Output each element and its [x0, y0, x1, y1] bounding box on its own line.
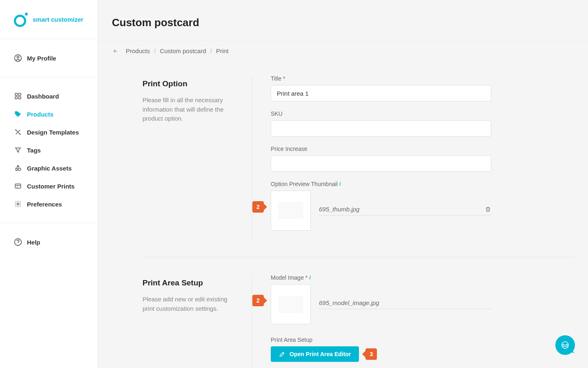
- sidebar-item-design-templates[interactable]: Design Templates: [0, 123, 98, 141]
- svg-rect-3: [19, 93, 21, 95]
- thumbnail-filename: 695_thumb.jpg: [319, 206, 359, 213]
- breadcrumb-item[interactable]: Products: [126, 47, 150, 54]
- filter-icon: [14, 146, 22, 154]
- svg-point-7: [16, 130, 16, 130]
- assets-icon: [14, 164, 22, 172]
- prints-icon: [14, 182, 22, 190]
- sidebar-item-customer-prints[interactable]: Customer Prints: [0, 177, 98, 195]
- callout-badge: 2: [252, 295, 264, 306]
- breadcrumb: Products / Custom postcard / Print: [98, 40, 588, 61]
- sidebar-item-tags[interactable]: Tags: [0, 141, 98, 159]
- user-icon: [14, 54, 22, 62]
- sidebar-item-label: Help: [27, 239, 40, 246]
- breadcrumb-separator: /: [210, 47, 212, 54]
- logo-icon: [14, 13, 27, 26]
- svg-point-6: [16, 112, 17, 113]
- section-description: Please add new or edit existing print cu…: [143, 295, 235, 313]
- sidebar-item-label: Preferences: [27, 201, 62, 208]
- model-image-preview[interactable]: [271, 284, 311, 324]
- svg-point-8: [20, 134, 21, 135]
- back-arrow-icon[interactable]: [112, 48, 119, 54]
- field-label-thumbnail: Option Preview Thumbnail i: [271, 181, 574, 187]
- sidebar-item-label: Design Templates: [27, 129, 79, 136]
- sidebar-item-label: Tags: [27, 147, 41, 154]
- sidebar-item-profile[interactable]: My Profile: [0, 49, 98, 67]
- price-input[interactable]: [271, 155, 491, 172]
- section-title: Print Area Setup: [143, 278, 235, 287]
- field-label-print-area-setup: Print Area Setup: [271, 337, 574, 343]
- trash-icon[interactable]: [485, 206, 491, 213]
- sidebar-item-label: Dashboard: [27, 93, 59, 100]
- breadcrumb-item[interactable]: Custom postcard: [160, 47, 206, 54]
- section-print-area-setup: Print Area Setup Please add new or edit …: [143, 274, 574, 368]
- mail-icon: [561, 341, 570, 350]
- svg-rect-2: [15, 93, 17, 95]
- svg-rect-9: [15, 184, 21, 188]
- model-image-filename: 695_model_image.jpg: [319, 299, 379, 306]
- tag-icon: [14, 110, 22, 118]
- section-print-option: Print Option Please fill in all the nece…: [143, 75, 574, 257]
- field-label-model-image: Model Image * i: [271, 274, 574, 281]
- sidebar-item-label: Graphic Assets: [27, 165, 72, 172]
- title-input[interactable]: [271, 85, 491, 101]
- svg-point-10: [17, 203, 19, 205]
- section-title: Print Option: [143, 79, 235, 88]
- svg-rect-4: [15, 97, 17, 99]
- field-label-price: Price Increase: [271, 146, 574, 152]
- svg-rect-5: [19, 97, 21, 99]
- chat-button[interactable]: [555, 335, 575, 355]
- callout-badge: 3: [365, 348, 377, 360]
- breadcrumb-item[interactable]: Print: [216, 47, 229, 54]
- dashboard-icon: [14, 92, 22, 100]
- field-label-sku: SKU: [271, 110, 574, 117]
- sidebar-item-label: My Profile: [27, 55, 56, 62]
- sidebar-item-help[interactable]: Help: [0, 233, 98, 251]
- section-description: Please fill in all the necessary informa…: [143, 96, 235, 123]
- main-content: Custom postcard Products / Custom postca…: [98, 0, 588, 368]
- sidebar-item-graphic-assets[interactable]: Graphic Assets: [0, 159, 98, 177]
- info-icon[interactable]: i: [339, 181, 341, 187]
- sidebar-item-preferences[interactable]: Preferences: [0, 195, 98, 213]
- svg-point-1: [17, 56, 19, 58]
- sidebar: smart customizer My Profile Dashboard: [0, 0, 98, 368]
- help-icon: [14, 238, 22, 246]
- design-icon: [14, 128, 22, 136]
- callout-badge: 2: [252, 201, 264, 213]
- page-title: Custom postcard: [98, 0, 588, 40]
- sidebar-item-products[interactable]: Products: [0, 105, 98, 123]
- open-print-area-editor-button[interactable]: Open Print Area Editor: [271, 346, 359, 362]
- breadcrumb-separator: /: [154, 47, 156, 54]
- sidebar-item-dashboard[interactable]: Dashboard: [0, 87, 98, 105]
- field-label-title: Title *: [271, 75, 574, 82]
- sidebar-item-label: Customer Prints: [27, 183, 75, 190]
- edit-icon: [279, 351, 285, 357]
- logo-area: smart customizer: [0, 0, 98, 39]
- brand-name: smart customizer: [33, 16, 83, 23]
- thumbnail-preview[interactable]: [271, 191, 311, 231]
- gear-icon: [14, 200, 22, 208]
- sidebar-item-label: Products: [27, 111, 53, 118]
- sku-input[interactable]: [271, 120, 491, 137]
- info-icon[interactable]: i: [309, 275, 310, 280]
